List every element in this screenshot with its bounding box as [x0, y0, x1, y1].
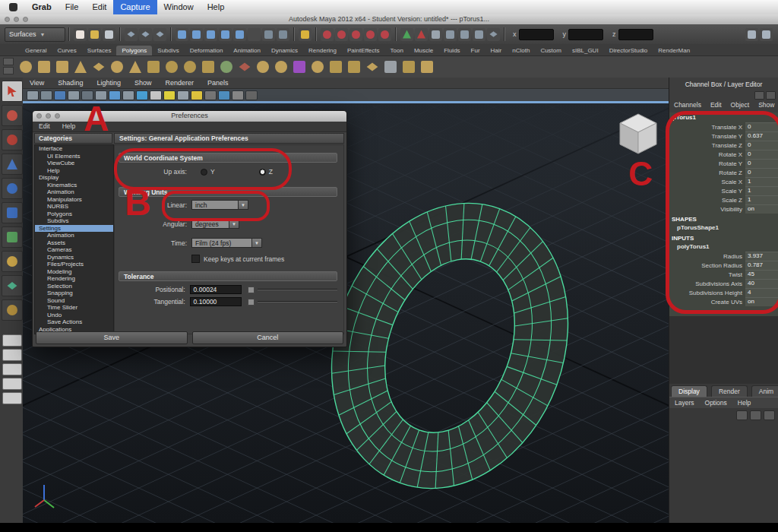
channel-row[interactable]: Subdivisions Height 4: [669, 288, 778, 297]
panel-toolbar-icon[interactable]: [163, 90, 176, 100]
menubar-item[interactable]: Capture: [113, 0, 157, 14]
shelf-tab[interactable]: Fluids: [438, 46, 465, 55]
channel-row[interactable]: Section Radius 0.787: [669, 261, 778, 270]
channel-row[interactable]: Rotate X 0: [669, 150, 778, 159]
tool-button[interactable]: [2, 275, 23, 296]
category-item[interactable]: Subdivs: [35, 217, 113, 225]
channel-row[interactable]: Rotate Z 0: [669, 168, 778, 177]
panel-toolbar-icon[interactable]: [27, 90, 39, 100]
panel-menu-item[interactable]: Shading: [51, 79, 90, 87]
channel-value-field[interactable]: 1: [745, 195, 778, 204]
shelf-item-icon[interactable]: [419, 59, 435, 75]
channel-box-menu-item[interactable]: Object: [726, 101, 754, 109]
panel-menu-item[interactable]: Panels: [201, 79, 236, 87]
channel-row[interactable]: Visibility on: [669, 204, 778, 214]
snap-icon[interactable]: [190, 28, 203, 41]
layer-editor-menu-item[interactable]: Layers: [669, 399, 700, 407]
category-item[interactable]: Cameras: [35, 246, 113, 254]
panel-toolbar-icon[interactable]: [191, 90, 203, 100]
snap-icon[interactable]: [262, 28, 275, 41]
shelf-tab[interactable]: Fur: [466, 46, 485, 55]
chevron-down-icon[interactable]: ▼: [239, 200, 248, 210]
selection-mode-icon[interactable]: [153, 28, 166, 41]
category-item[interactable]: Assets: [35, 239, 113, 247]
channel-value-field[interactable]: 45: [745, 270, 778, 279]
menubar-item[interactable]: File: [59, 0, 86, 14]
channel-value-field[interactable]: 0.637: [745, 131, 778, 141]
input-node-name[interactable]: polyTorus1: [669, 242, 778, 252]
menubar-item[interactable]: Help: [201, 0, 232, 14]
channel-box-menu-item[interactable]: Show: [754, 101, 778, 109]
channel-value-field[interactable]: 0: [745, 159, 778, 168]
shelf-tab[interactable]: PaintEffects: [342, 46, 385, 55]
create-empty-layer-icon[interactable]: [736, 410, 748, 420]
shelf-tab[interactable]: Deformation: [185, 46, 229, 55]
positional-input[interactable]: 0.00024: [190, 285, 242, 294]
menubar-item[interactable]: Grab: [25, 0, 59, 14]
shelf-item-icon[interactable]: [364, 59, 381, 75]
status-misc-icon[interactable]: [487, 28, 500, 41]
channel-row[interactable]: Scale Y 1: [669, 186, 778, 195]
shelf-tab[interactable]: nCloth: [507, 46, 535, 55]
layout-shortcut-button[interactable]: [2, 334, 22, 347]
shelf-item-icon[interactable]: [54, 59, 71, 75]
panel-toolbar-icon[interactable]: [122, 90, 134, 100]
shelf-item-icon[interactable]: [182, 59, 198, 75]
panel-menu-item[interactable]: View: [23, 79, 51, 87]
panel-toolbar-icon[interactable]: [136, 90, 148, 100]
category-item[interactable]: Files/Projects: [35, 261, 113, 268]
channel-value-field[interactable]: 4: [745, 288, 778, 297]
tool-button[interactable]: [2, 202, 23, 223]
shelf-item-icon[interactable]: [400, 59, 417, 75]
channel-row[interactable]: Rotate Y 0: [669, 159, 778, 168]
shelf-menu-icon[interactable]: [3, 58, 14, 76]
category-item[interactable]: Settings: [35, 225, 113, 233]
menubar-item[interactable]: Window: [157, 0, 201, 14]
channel-row[interactable]: Translate Y 0.637: [669, 131, 778, 141]
shelf-item-icon[interactable]: [382, 59, 399, 75]
snap-icon[interactable]: [219, 28, 232, 41]
panel-toolbar-icon[interactable]: [218, 90, 230, 100]
preferences-menu-item[interactable]: Edit: [33, 122, 56, 131]
layer-editor-tab[interactable]: Display: [671, 385, 707, 397]
shelf-item-icon[interactable]: [255, 59, 271, 75]
layout-shortcut-button[interactable]: [2, 392, 22, 404]
shelf-item-icon[interactable]: [200, 59, 217, 75]
category-item[interactable]: Time Slider: [35, 304, 113, 312]
tool-button[interactable]: [2, 251, 23, 272]
shelf-item-icon[interactable]: [17, 59, 34, 75]
category-item[interactable]: Polygons: [35, 211, 113, 218]
positional-slider[interactable]: [248, 287, 337, 293]
create-layer-from-selected-icon[interactable]: [750, 410, 761, 420]
panel-menu-item[interactable]: Lighting: [90, 79, 128, 87]
lock-icon[interactable]: [299, 28, 312, 41]
panel-toolbar-icon[interactable]: [40, 90, 52, 100]
channel-value-field[interactable]: 0: [745, 141, 778, 150]
category-item[interactable]: Interface: [35, 145, 113, 153]
layout-shortcut-button[interactable]: [2, 349, 22, 361]
shelf-tab[interactable]: DirectorStudio: [604, 46, 653, 55]
layer-editor-menu-item[interactable]: Options: [700, 399, 732, 407]
shelf-tab[interactable]: Dynamics: [266, 46, 303, 55]
shelf-item-icon[interactable]: [309, 59, 326, 75]
panel-toolbar-icon[interactable]: [177, 90, 189, 100]
time-dropdown[interactable]: Film (24 fps): [191, 238, 252, 248]
panel-menu-item[interactable]: Renderer: [158, 79, 201, 87]
render-icon[interactable]: [378, 28, 391, 41]
render-icon[interactable]: [364, 28, 377, 41]
channel-row[interactable]: Scale Z 1: [669, 195, 778, 204]
status-misc-icon[interactable]: [400, 28, 413, 41]
selection-mode-icon[interactable]: [125, 28, 138, 41]
shelf-item-icon[interactable]: [163, 59, 180, 75]
sidebar-toggle-icon[interactable]: [745, 28, 758, 41]
category-item[interactable]: ViewCube: [35, 160, 113, 167]
panel-toolbar-icon[interactable]: [68, 90, 80, 100]
category-item[interactable]: Rendering: [35, 275, 113, 283]
channel-row[interactable]: Translate Z 0: [669, 141, 778, 150]
shelf-tab[interactable]: Animation: [228, 46, 266, 55]
category-item[interactable]: Animation: [35, 232, 113, 239]
coordinate-input[interactable]: [568, 29, 603, 40]
preferences-menu-item[interactable]: Help: [56, 122, 81, 131]
channel-row[interactable]: Twist 45: [669, 270, 778, 279]
category-item[interactable]: Dynamics: [35, 254, 113, 261]
